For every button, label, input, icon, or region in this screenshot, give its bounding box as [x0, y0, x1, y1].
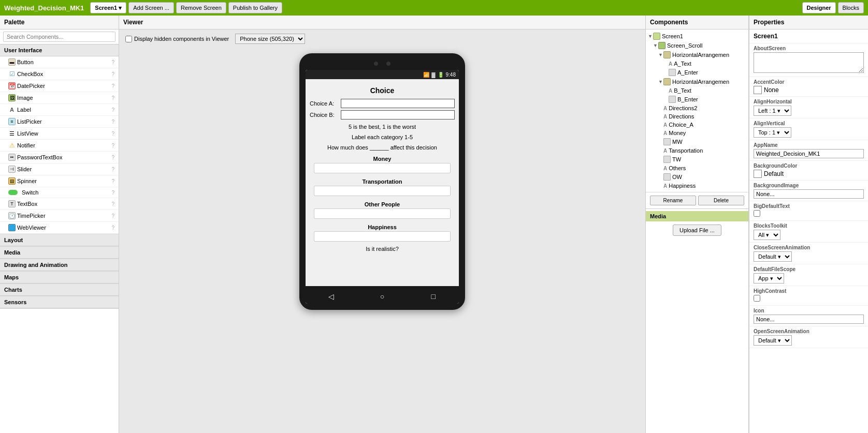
tree-item-mw[interactable]: MW [646, 137, 748, 146]
tree-item-others[interactable]: A Others [646, 164, 748, 172]
label-help-icon[interactable]: ? [111, 107, 114, 113]
upload-file-button[interactable]: Upload File ... [673, 225, 721, 236]
palette-item-textbox[interactable]: T TextBox ? [0, 198, 119, 210]
palette-label-notifier: Notifier [17, 142, 111, 148]
prop-toolkit-select[interactable]: All ▾ [754, 230, 780, 240]
palette-item-label[interactable]: A Label ? [0, 104, 119, 116]
bgcolor-box[interactable] [754, 170, 762, 178]
tree-item-ha1[interactable]: ▼ HorizontalArrangemen [646, 50, 748, 59]
designer-button[interactable]: Designer [802, 2, 836, 13]
tree-item-tw[interactable]: TW [646, 155, 748, 164]
webviewer-help-icon[interactable]: ? [111, 225, 114, 231]
choice-b-input[interactable] [341, 110, 455, 120]
tree-item-a-enter[interactable]: A_Enter [646, 68, 748, 77]
prop-about-textarea[interactable] [754, 52, 864, 73]
palette-item-webviewer[interactable]: 🌐 WebViewer ? [0, 222, 119, 234]
textbox-help-icon[interactable]: ? [111, 201, 114, 207]
prop-align-v-select[interactable]: Top : 1 ▾ [754, 127, 791, 138]
tree-item-b-text[interactable]: A B_Text [646, 86, 748, 95]
money-bar [314, 163, 451, 173]
tree-item-money[interactable]: A Money [646, 129, 748, 137]
prop-about-screen: AboutScreen [749, 43, 868, 77]
listview-help-icon[interactable]: ? [111, 131, 114, 137]
layout-section-header[interactable]: Layout [0, 234, 119, 246]
prop-blocks-toolkit: BlocksToolkit All ▾ [749, 221, 868, 243]
palette-item-datepicker[interactable]: 📅 DatePicker ? [0, 80, 119, 92]
home-button[interactable]: ○ [377, 291, 387, 302]
palette-item-listview[interactable]: ☰ ListView ? [0, 128, 119, 140]
image-help-icon[interactable]: ? [111, 95, 114, 101]
datepicker-help-icon[interactable]: ? [111, 83, 114, 89]
listpicker-help-icon[interactable]: ? [111, 119, 114, 125]
recents-button[interactable]: □ [428, 291, 439, 302]
palette-label-label: Label [17, 107, 111, 113]
password-help-icon[interactable]: ? [111, 155, 114, 160]
toggle-screen-scroll[interactable]: ▼ [653, 43, 658, 48]
publish-button[interactable]: Publish to Gallery [228, 2, 282, 13]
notifier-help-icon[interactable]: ? [111, 143, 114, 148]
rename-button[interactable]: Rename [650, 196, 696, 205]
palette-item-listpicker[interactable]: ≡ ListPicker ? [0, 116, 119, 128]
toggle-screen1[interactable]: ▼ [648, 34, 653, 39]
prop-filescope-select[interactable]: App ▾ [754, 273, 784, 283]
prop-close-anim-select[interactable]: Default ▾ [754, 251, 792, 262]
prop-bigtext-checkbox[interactable] [754, 210, 760, 217]
media-section-header[interactable]: Media [0, 247, 119, 259]
tree-item-screen1[interactable]: ▼ Screen1 [646, 32, 748, 41]
search-input[interactable] [3, 32, 115, 42]
ui-section-header[interactable]: User Interface [0, 44, 119, 56]
accent-color-box[interactable] [754, 86, 762, 94]
phone-size-select[interactable]: Phone size (505,320) [235, 34, 305, 44]
drawing-section-header[interactable]: Drawing and Animation [0, 259, 119, 271]
charts-section-header[interactable]: Charts [0, 284, 119, 296]
tree-item-directions[interactable]: A Directions [646, 112, 748, 121]
prop-icon-input[interactable] [754, 315, 864, 324]
spinner-help-icon[interactable]: ? [111, 178, 114, 184]
prop-highcontrast-checkbox[interactable] [754, 295, 760, 302]
media-header: Media [646, 211, 748, 221]
tree-label-tw: TW [672, 156, 681, 162]
tree-item-happiness[interactable]: A Happiness [646, 182, 748, 190]
switch-help-icon[interactable]: ? [111, 190, 114, 196]
tree-item-choice-a[interactable]: A Choice_A [646, 121, 748, 129]
prop-align-h-select[interactable]: Left : 1 ▾ [754, 106, 791, 116]
tree-item-screen-scroll[interactable]: ▼ Screen_Scroll [646, 41, 748, 50]
palette-item-slider[interactable]: ⊣ Slider ? [0, 163, 119, 175]
viewer-canvas: 📶 ▓ 🔋 9:48 Choice Choice A: Choice [119, 48, 645, 433]
timepicker-icon: 🕐 [8, 212, 16, 219]
choice-a-input[interactable] [341, 99, 455, 108]
prop-bgimage-input[interactable] [754, 189, 864, 199]
screen-dropdown[interactable]: Screen1 ▾ [90, 2, 126, 13]
palette-item-switch[interactable]: Switch ? [0, 187, 119, 198]
checkbox-help-icon[interactable]: ? [111, 71, 114, 77]
palette-item-passwordtextbox[interactable]: •• PasswordTextBox ? [0, 152, 119, 163]
blocks-button[interactable]: Blocks [838, 2, 864, 13]
tree-item-ow[interactable]: OW [646, 172, 748, 182]
palette-item-spinner[interactable]: ▤ Spinner ? [0, 175, 119, 187]
prop-appname-input[interactable] [754, 149, 864, 158]
button-help-icon[interactable]: ? [111, 59, 114, 65]
back-button[interactable]: ◁ [326, 291, 336, 302]
palette-item-timepicker[interactable]: 🕐 TimePicker ? [0, 210, 119, 222]
display-hidden-checkbox[interactable] [125, 36, 132, 42]
tree-item-a-text[interactable]: A A_Text [646, 59, 748, 68]
palette-item-button[interactable]: ▬ Button ? [0, 56, 119, 68]
tree-item-directions2[interactable]: A Directions2 [646, 104, 748, 112]
add-screen-button[interactable]: Add Screen ... [128, 2, 174, 13]
sensors-section-header[interactable]: Sensors [0, 296, 119, 308]
palette-item-image[interactable]: 🖼 Image ? [0, 92, 119, 104]
toggle-ha1[interactable]: ▼ [658, 52, 663, 57]
tree-item-b-enter[interactable]: B_Enter [646, 95, 748, 104]
delete-button[interactable]: Delete [698, 196, 744, 205]
maps-section-header[interactable]: Maps [0, 272, 119, 283]
slider-help-icon[interactable]: ? [111, 167, 114, 172]
tree-label-mw: MW [672, 139, 683, 145]
tree-item-ha2[interactable]: ▼ HorizontalArrangemen [646, 77, 748, 86]
remove-screen-button[interactable]: Remove Screen [176, 2, 226, 13]
toggle-ha2[interactable]: ▼ [658, 79, 663, 84]
tree-item-transportation[interactable]: A Tansportation [646, 146, 748, 155]
palette-item-notifier[interactable]: ⚠ Notifier ? [0, 140, 119, 152]
palette-item-checkbox[interactable]: ☑ CheckBox ? [0, 68, 119, 80]
timepicker-help-icon[interactable]: ? [111, 213, 114, 219]
prop-open-anim-select[interactable]: Default ▾ [754, 335, 792, 346]
